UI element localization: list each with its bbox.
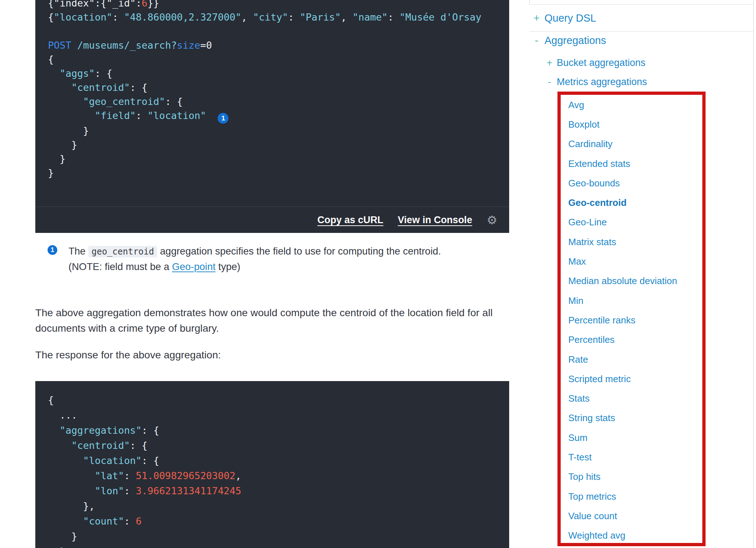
metrics-list-item: Rate [568,350,702,369]
metrics-link-weighted-avg[interactable]: Weighted avg [568,530,626,541]
query-dsl-link[interactable]: Query DSL [544,12,596,24]
metrics-link-string-stats[interactable]: String stats [568,412,615,424]
callout-note-line: (NOTE: field must be a Geo-point type) [68,259,441,274]
metrics-list-item: Value count [568,506,702,526]
metrics-list-item: Geo-Line [568,213,702,232]
metrics-link-avg[interactable]: Avg [568,100,584,111]
collapse-minus-icon[interactable]: - [545,76,554,88]
metrics-list-item: Sum [568,428,702,447]
response-code: { ... "aggregations": { "centroid": { "l… [35,393,509,548]
metrics-list-item: Median absolute deviation [568,271,702,291]
page-right-edge [753,0,754,548]
metrics-list-item: Percentile ranks [568,310,702,330]
metrics-list-item: Scripted metric [568,369,702,389]
metrics-link-top-hits[interactable]: Top hits [568,471,601,482]
metrics-link-value-count[interactable]: Value count [568,511,617,522]
sidebar-top-tick [529,0,530,4]
code-callout-badge: 1 [218,113,228,124]
inline-code-geo-centroid: geo_centroid [88,246,157,257]
bucket-aggregations-link[interactable]: Bucket aggregations [557,57,645,68]
copy-as-curl-link[interactable]: Copy as cURL [317,215,383,226]
metrics-link-scripted-metric[interactable]: Scripted metric [568,374,631,385]
metrics-list-item: Max [568,252,702,271]
metrics-link-sum[interactable]: Sum [568,432,587,443]
request-code-block: {"index":{"_id":6}}{"location": "48.8600… [35,0,509,233]
metrics-link-boxplot[interactable]: Boxplot [568,119,600,130]
metrics-list-item: Top hits [568,467,702,487]
note-prefix: (NOTE: field must be a [68,261,172,272]
metrics-link-extended-stats[interactable]: Extended stats [568,158,630,169]
callout-text-after: aggregation specifies the field to use f… [157,246,441,257]
request-code: {"index":{"_id":6}}{"location": "48.8600… [35,0,509,180]
sidebar-item-bucket-aggregations: + Bucket aggregations [529,54,645,71]
metrics-link-percentile-ranks[interactable]: Percentile ranks [568,315,635,326]
callout-number-badge: 1 [48,245,57,255]
expand-plus-icon[interactable]: + [532,12,541,24]
metrics-list-item: Cardinality [568,134,702,154]
expand-plus-icon[interactable]: + [545,57,554,68]
code-block-toolbar: Copy as cURL View in Console ⚙ [35,207,509,233]
note-suffix: type) [215,261,240,272]
collapse-minus-icon[interactable]: - [532,35,541,47]
response-code-block: { ... "aggregations": { "centroid": { "l… [35,381,509,548]
metrics-list-item: Top metrics [568,487,702,506]
body-paragraph: The above aggregation demonstrates how o… [35,305,508,336]
metrics-link-matrix-stats[interactable]: Matrix stats [568,237,616,248]
aggregations-link[interactable]: Aggregations [544,35,606,47]
documentation-page: {"index":{"_id":6}}{"location": "48.8600… [0,0,756,548]
metrics-link-geo-centroid[interactable]: Geo-centroid [568,197,627,208]
metrics-link-cardinality[interactable]: Cardinality [568,138,613,150]
metrics-link-rate[interactable]: Rate [568,354,588,365]
metrics-list-item: T-test [568,447,702,467]
metrics-link-top-metrics[interactable]: Top metrics [568,491,616,502]
highlight-red-box: AvgBoxplotCardinalityExtended statsGeo-b… [557,92,706,546]
sidebar-item-query-dsl: + Query DSL [529,5,596,31]
metrics-list-item: Matrix stats [568,232,702,252]
metrics-link-median-absolute-deviation[interactable]: Median absolute deviation [568,275,677,287]
metrics-link-stats[interactable]: Stats [568,393,590,404]
metrics-list-item: String stats [568,408,702,428]
callout-text-before: The [68,246,88,257]
metrics-link-t-test[interactable]: T-test [568,452,592,463]
metrics-list-item: Avg [568,95,702,115]
metrics-list-item: Stats [568,389,702,408]
metrics-link-percentiles[interactable]: Percentiles [568,334,615,345]
settings-gear-icon[interactable]: ⚙ [486,214,497,226]
metrics-link-geo-line[interactable]: Geo-Line [568,217,607,228]
callout-note: 1 The geo_centroid aggregation specifies… [48,244,494,274]
metrics-link-max[interactable]: Max [568,256,586,267]
metrics-list-item: Boxplot [568,115,702,134]
metrics-list-item: Extended stats [568,154,702,173]
metrics-list-item: Geo-centroid [568,193,702,212]
metrics-aggregations-link[interactable]: Metrics aggregations [557,76,647,88]
metrics-list-item: Percentiles [568,330,702,350]
sidebar-item-aggregations: - Aggregations [529,32,606,49]
metrics-list-item: Min [568,291,702,310]
metrics-aggregations-list: AvgBoxplotCardinalityExtended statsGeo-b… [561,95,702,545]
metrics-list-item: Weighted avg [568,526,702,545]
view-in-console-link[interactable]: View in Console [398,215,472,226]
body-paragraph: The response for the above aggregation: [35,347,508,363]
metrics-link-min[interactable]: Min [568,295,583,306]
metrics-link-geo-bounds[interactable]: Geo-bounds [568,178,620,189]
metrics-list-item: Geo-bounds [568,173,702,193]
sidebar-item-metrics-aggregations: - Metrics aggregations [529,73,647,90]
geo-point-link[interactable]: Geo-point [172,261,215,272]
callout-text: The geo_centroid aggregation specifies t… [68,244,441,274]
